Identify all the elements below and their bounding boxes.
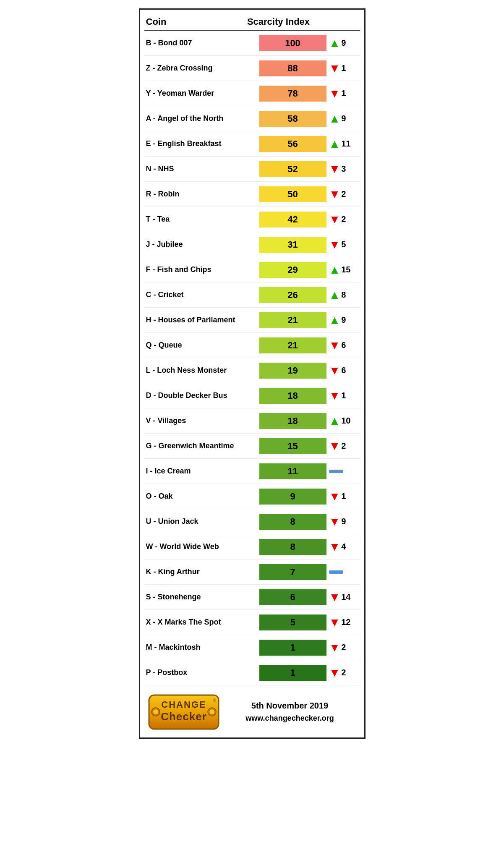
table-row: E - English Breakfast56▲11 bbox=[144, 131, 360, 157]
score-cell: 42 bbox=[259, 212, 326, 227]
coin-name: P - Postbox bbox=[144, 666, 259, 679]
table-row: J - Jubilee31▼5 bbox=[144, 232, 360, 257]
table-row: Z - Zebra Crossing88▼1 bbox=[144, 56, 360, 81]
footer: CHANGE ® Checker 5th November 2019 www.c… bbox=[144, 693, 360, 731]
down-arrow-icon: ▼ bbox=[329, 88, 341, 99]
table-row: S - Stonehenge6▼14 bbox=[144, 585, 360, 610]
change-number: 9 bbox=[341, 517, 346, 526]
down-arrow-icon: ▼ bbox=[329, 591, 341, 603]
table-row: M - Mackintosh1▼2 bbox=[144, 635, 360, 660]
score-cell: 7 bbox=[259, 564, 326, 580]
change-number: 6 bbox=[341, 340, 346, 350]
score-cell: 100 bbox=[259, 35, 326, 51]
score-cell: 19 bbox=[259, 363, 326, 379]
change-cell: ▼1 bbox=[326, 491, 360, 502]
change-number: 12 bbox=[341, 617, 350, 627]
score-cell: 18 bbox=[259, 388, 326, 404]
change-number: 5 bbox=[341, 240, 346, 249]
table-row: F - Fish and Chips29▲15 bbox=[144, 257, 360, 282]
down-arrow-icon: ▼ bbox=[329, 188, 341, 200]
score-cell: 31 bbox=[259, 237, 326, 253]
change-cell bbox=[326, 470, 360, 473]
change-cell: ▼14 bbox=[326, 591, 360, 603]
down-arrow-icon: ▼ bbox=[329, 642, 341, 654]
change-cell: ▼4 bbox=[326, 541, 360, 553]
table-row: W - World Wide Web8▼4 bbox=[144, 534, 360, 560]
table-row: U - Union Jack8▼9 bbox=[144, 509, 360, 534]
change-cell: ▲8 bbox=[326, 289, 360, 301]
up-arrow-icon: ▲ bbox=[329, 113, 341, 125]
change-cell: ▼2 bbox=[326, 667, 360, 679]
score-cell: 58 bbox=[259, 111, 326, 127]
up-arrow-icon: ▲ bbox=[329, 37, 341, 49]
table-row: R - Robin50▼2 bbox=[144, 182, 360, 207]
down-arrow-icon: ▼ bbox=[329, 491, 341, 502]
coin-name: G - Greenwich Meantime bbox=[144, 439, 259, 452]
table-row: X - X Marks The Spot5▼12 bbox=[144, 610, 360, 635]
coin-name: W - World Wide Web bbox=[144, 540, 259, 553]
dash-indicator bbox=[329, 570, 343, 574]
change-cell: ▲9 bbox=[326, 113, 360, 125]
change-cell: ▲9 bbox=[326, 314, 360, 326]
coin-name: U - Union Jack bbox=[144, 515, 259, 528]
score-cell: 52 bbox=[259, 161, 326, 177]
coin-name: H - Houses of Parliament bbox=[144, 314, 259, 327]
score-cell: 11 bbox=[259, 463, 326, 479]
table-row: B - Bond 007100▲9 bbox=[144, 31, 360, 56]
score-cell: 9 bbox=[259, 489, 326, 505]
down-arrow-icon: ▼ bbox=[329, 365, 341, 377]
coin-name: Y - Yeoman Warder bbox=[144, 87, 259, 100]
svg-text:®: ® bbox=[213, 698, 216, 703]
score-cell: 18 bbox=[259, 413, 326, 429]
table-row: C - Cricket26▲8 bbox=[144, 282, 360, 308]
change-cell: ▼2 bbox=[326, 214, 360, 225]
change-number: 9 bbox=[341, 315, 346, 325]
score-cell: 15 bbox=[259, 438, 326, 454]
score-cell: 1 bbox=[259, 640, 326, 656]
coin-name: V - Villages bbox=[144, 414, 259, 427]
change-cell: ▼6 bbox=[326, 340, 360, 351]
coin-name: M - Mackintosh bbox=[144, 641, 259, 654]
coin-name: J - Jubilee bbox=[144, 238, 259, 251]
table-row: I - Ice Cream11 bbox=[144, 459, 360, 484]
svg-text:CHANGE: CHANGE bbox=[161, 699, 206, 710]
table-row: A - Angel of the North58▲9 bbox=[144, 106, 360, 131]
change-number: 1 bbox=[341, 89, 346, 98]
down-arrow-icon: ▼ bbox=[329, 390, 341, 402]
change-number: 15 bbox=[341, 265, 350, 275]
table-row: O - Oak9▼1 bbox=[144, 484, 360, 509]
coin-name: I - Ice Cream bbox=[144, 465, 259, 478]
main-card: Coin Scarcity Index B - Bond 007100▲9Z -… bbox=[139, 8, 366, 739]
change-cell bbox=[326, 570, 360, 574]
coin-name: L - Loch Ness Monster bbox=[144, 364, 259, 377]
table-row: N - NHS52▼3 bbox=[144, 157, 360, 182]
table-row: K - King Arthur7 bbox=[144, 560, 360, 585]
change-number: 4 bbox=[341, 542, 346, 552]
svg-point-5 bbox=[153, 709, 158, 714]
score-cell: 1 bbox=[259, 665, 326, 681]
down-arrow-icon: ▼ bbox=[329, 340, 341, 351]
coin-name: R - Robin bbox=[144, 188, 259, 201]
change-cell: ▼12 bbox=[326, 617, 360, 628]
coin-name: O - Oak bbox=[144, 490, 259, 503]
change-cell: ▲15 bbox=[326, 264, 360, 276]
coin-name: S - Stonehenge bbox=[144, 591, 259, 604]
table-row: V - Villages18▲10 bbox=[144, 408, 360, 434]
change-cell: ▼9 bbox=[326, 516, 360, 528]
coin-name: X - X Marks The Spot bbox=[144, 616, 259, 629]
down-arrow-icon: ▼ bbox=[329, 63, 341, 74]
coin-name: K - King Arthur bbox=[144, 565, 259, 578]
change-number: 2 bbox=[341, 189, 346, 199]
coin-header: Coin bbox=[146, 16, 232, 27]
down-arrow-icon: ▼ bbox=[329, 163, 341, 175]
score-cell: 50 bbox=[259, 186, 326, 202]
change-number: 6 bbox=[341, 366, 346, 375]
score-cell: 8 bbox=[259, 514, 326, 530]
change-number: 1 bbox=[341, 63, 346, 73]
change-cell: ▼1 bbox=[326, 88, 360, 99]
table-body: B - Bond 007100▲9Z - Zebra Crossing88▼1Y… bbox=[144, 31, 360, 685]
coin-name: F - Fish and Chips bbox=[144, 263, 259, 276]
change-number: 2 bbox=[341, 441, 346, 451]
up-arrow-icon: ▲ bbox=[329, 314, 341, 326]
change-number: 14 bbox=[341, 592, 350, 602]
